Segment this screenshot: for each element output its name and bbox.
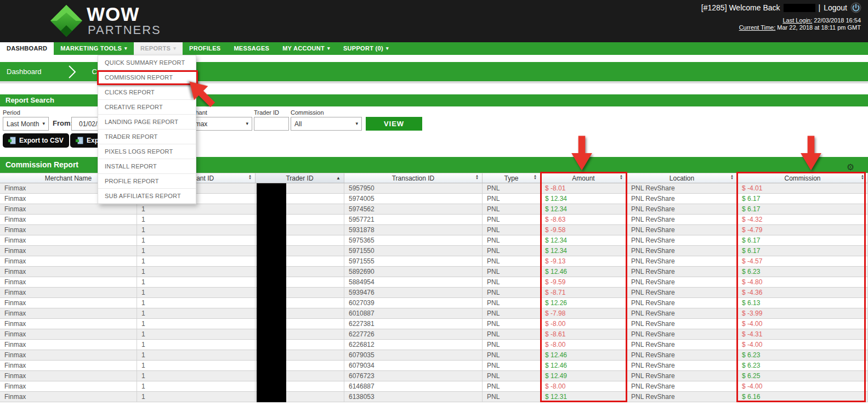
red-arrow-icon-amount	[570, 136, 593, 172]
cell-type: PNL	[483, 288, 541, 298]
column-header-location[interactable]: Location▲▼	[627, 173, 737, 183]
nav-item-my-account[interactable]: MY ACCOUNT▾	[276, 42, 337, 55]
top-header-bar: WOW PARTNERS [#1285] Welcome Back | Logo…	[0, 0, 868, 42]
chevron-down-icon: ▾	[246, 121, 248, 126]
cell-location: PNL RevShare	[627, 183, 737, 194]
cell-transaction-id: 5974005	[344, 194, 483, 204]
cell-location: PNL RevShare	[627, 381, 737, 392]
menu-item-creative-report[interactable]: CREATIVE REPORT	[98, 100, 196, 115]
cell-merchant: Finmax	[0, 225, 137, 235]
period-select[interactable]: Last Month▾	[3, 117, 49, 131]
cell-type: PNL	[483, 361, 541, 371]
menu-item-sub-affiliates-report[interactable]: SUB AFFILIATES REPORT	[98, 189, 196, 204]
last-login-label: Last Login:	[782, 17, 812, 24]
cell-type: PNL	[483, 194, 541, 204]
nav-item-reports[interactable]: REPORTS▾	[134, 42, 183, 55]
cell-merchant: Finmax	[0, 256, 137, 267]
cell-merchant: Finmax	[0, 340, 137, 350]
export-csv-button[interactable]: Export to CSV	[3, 133, 69, 148]
cell-location: PNL RevShare	[627, 298, 737, 308]
cell-location: PNL RevShare	[627, 246, 737, 256]
nav-item-label: MY ACCOUNT	[282, 42, 325, 55]
cell-type: PNL	[483, 319, 541, 329]
cell-transaction-id: 5957721	[344, 215, 483, 225]
menu-item-trader-report[interactable]: TRADER REPORT	[98, 130, 196, 144]
main-nav-bar: DASHBOARDMARKETING TOOLS▾REPORTS▾PROFILE…	[0, 42, 868, 55]
cell-transaction-id: 6146887	[344, 381, 483, 392]
commission-select[interactable]: All▾	[291, 117, 362, 131]
chevron-down-icon: ▾	[42, 121, 45, 126]
cell-transaction-id: 5957950	[344, 183, 483, 194]
cell-transaction-id: 6076723	[344, 371, 483, 381]
cell-merchant-id: 1	[137, 319, 256, 329]
cell-merchant-id: 1	[137, 277, 256, 288]
nav-item-support-0[interactable]: SUPPORT (0)▾	[337, 42, 395, 55]
cell-location: PNL RevShare	[627, 204, 737, 215]
cell-transaction-id: 6010887	[344, 308, 483, 319]
nav-item-label: SUPPORT (0)	[343, 42, 383, 55]
cell-merchant-id: 1	[137, 235, 256, 246]
menu-item-profile-report[interactable]: PROFILE REPORT	[98, 174, 196, 189]
cell-merchant: Finmax	[0, 361, 137, 371]
nav-item-profiles[interactable]: PROFILES	[183, 42, 227, 55]
cell-merchant-id: 1	[137, 392, 256, 402]
cell-transaction-id: 6079035	[344, 350, 483, 361]
cell-transaction-id: 5931878	[344, 225, 483, 235]
cell-type: PNL	[483, 277, 541, 288]
cell-transaction-id: 6138053	[344, 392, 483, 402]
last-login-line: Last Login: 22/03/2018 16:54	[782, 17, 861, 24]
cell-location: PNL RevShare	[627, 340, 737, 350]
column-header-trader-id[interactable]: Trader ID▲	[256, 173, 344, 183]
cell-location: PNL RevShare	[627, 392, 737, 402]
cell-type: PNL	[483, 235, 541, 246]
logout-link[interactable]: Logout	[824, 3, 847, 12]
nav-item-marketing-tools[interactable]: MARKETING TOOLS▾	[54, 42, 134, 55]
cell-merchant: Finmax	[0, 329, 137, 340]
export-excel-icon	[76, 137, 83, 144]
cell-merchant-id: 1	[137, 204, 256, 215]
logo-subtitle: PARTNERS	[88, 23, 161, 37]
cell-type: PNL	[483, 340, 541, 350]
sort-icon: ▲▼	[248, 175, 252, 180]
cell-location: PNL RevShare	[627, 194, 737, 204]
export-csv-icon	[8, 137, 16, 144]
chevron-down-icon: ▾	[327, 46, 330, 51]
cell-merchant: Finmax	[0, 277, 137, 288]
menu-item-install-report[interactable]: INSTALL REPORT	[98, 159, 196, 174]
separator: |	[819, 3, 821, 12]
cell-transaction-id: 5971555	[344, 256, 483, 267]
cell-location: PNL RevShare	[627, 267, 737, 277]
view-button[interactable]: VIEW	[366, 117, 422, 131]
column-header-type[interactable]: Type▲▼	[483, 173, 541, 183]
cell-merchant-id: 1	[137, 288, 256, 298]
column-header-transaction-id[interactable]: Transaction ID▲▼	[344, 173, 483, 183]
cell-merchant-id: 1	[137, 361, 256, 371]
power-icon[interactable]	[850, 2, 861, 13]
trader-id-input[interactable]	[254, 117, 289, 131]
annotation-box-amount-column	[540, 172, 627, 402]
breadcrumb-dashboard[interactable]: Dashboard	[7, 68, 42, 76]
welcome-text: [#1285] Welcome Back	[701, 3, 780, 12]
chevron-down-icon: ▾	[386, 46, 389, 51]
sort-icon: ▲▼	[534, 175, 537, 180]
cell-merchant-id: 1	[137, 298, 256, 308]
cell-type: PNL	[483, 256, 541, 267]
column-header-label: Transaction ID	[392, 175, 435, 182]
breadcrumb-chevron-icon	[68, 65, 77, 79]
cell-location: PNL RevShare	[627, 256, 737, 267]
cell-transaction-id: 5975365	[344, 235, 483, 246]
cell-merchant: Finmax	[0, 319, 137, 329]
nav-item-dashboard[interactable]: DASHBOARD	[0, 42, 54, 55]
cell-location: PNL RevShare	[627, 319, 737, 329]
commission-label: Commission	[291, 109, 324, 116]
cell-transaction-id: 6227381	[344, 319, 483, 329]
cell-type: PNL	[483, 225, 541, 235]
menu-item-quick-summary-report[interactable]: QUICK SUMMARY REPORT	[98, 55, 196, 70]
cell-type: PNL	[483, 329, 541, 340]
nav-item-messages[interactable]: MESSAGES	[227, 42, 276, 55]
cell-merchant-id: 1	[137, 215, 256, 225]
logo-title: WOW	[87, 3, 139, 25]
menu-item-pixels-logs-report[interactable]: PIXELS LOGS REPORT	[98, 144, 196, 159]
cell-transaction-id: 5884954	[344, 277, 483, 288]
menu-item-landing-page-report[interactable]: LANDING PAGE REPORT	[98, 115, 196, 130]
